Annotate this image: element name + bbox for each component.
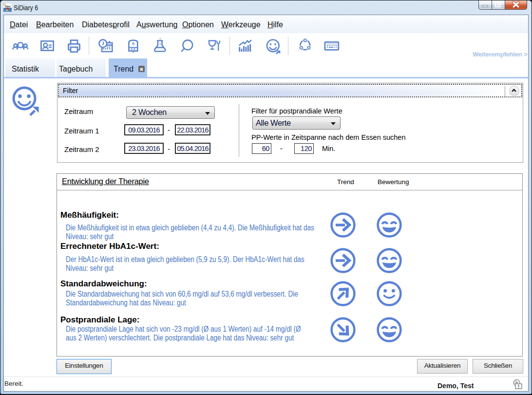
svg-text:Diary: Diary — [5, 5, 11, 8]
